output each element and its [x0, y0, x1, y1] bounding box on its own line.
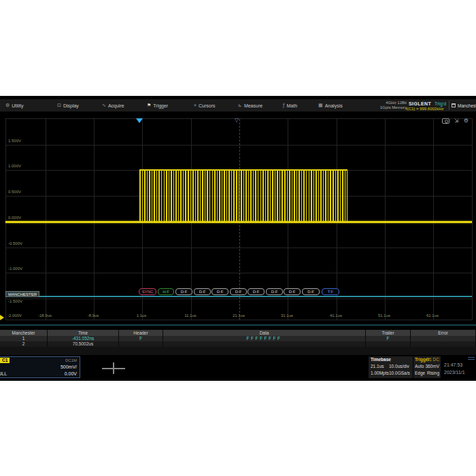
move-crosshair-icon[interactable]	[102, 362, 125, 374]
decode-bus-label[interactable]: MANCHESTER	[5, 291, 39, 297]
scope-screenshot: ⚙ Utility ⊡ Display ∿ Acquire ⚑ Trigger …	[0, 0, 476, 476]
voltage-label: -1.000V	[8, 267, 22, 271]
channel-badge: C1	[0, 358, 10, 363]
channel1-descriptor[interactable]: C1 DC1M 500mV/ FULL 0.00V	[0, 356, 80, 378]
cell-data	[163, 341, 366, 347]
cell-index: 1	[0, 336, 48, 341]
cell-header	[119, 341, 163, 347]
measure-angle-icon: ⊾	[238, 103, 242, 108]
menu-cursors[interactable]: ⌖ Cursors	[194, 99, 215, 112]
decode-bubble-data: D:F	[302, 288, 320, 295]
menu-label: Utility	[12, 103, 23, 108]
time-label: 41.1us	[319, 313, 353, 318]
trigger-source: C1 DC	[426, 357, 439, 362]
decode-bubble-data: D:F	[230, 288, 247, 295]
timebase-label: Timebase	[371, 357, 391, 362]
menu-label: Display	[63, 103, 79, 108]
flag-icon: ⚑	[147, 103, 151, 108]
voltage-label: -2.000V	[7, 313, 22, 318]
voltage-label: 1.500V	[8, 139, 21, 143]
cursor-target-icon: ⌖	[194, 103, 197, 108]
display-toolbar: ⇲ ⚙	[442, 117, 469, 124]
time-readout: 21:47:53	[444, 362, 462, 367]
decode-bubble-data: D:F	[284, 288, 301, 295]
memory-readout: 1Gpts Memory	[366, 105, 407, 110]
time-label: 61.1us	[415, 313, 449, 318]
decode-bus-line	[5, 296, 472, 297]
voltage-label: -0.500V	[8, 241, 22, 245]
voltage-label: 1.000V	[8, 164, 21, 168]
gridline	[433, 119, 434, 320]
menu-trigger[interactable]: ⚑ Trigger	[147, 99, 168, 112]
decode-bubble-sync: SYNC	[139, 288, 156, 295]
decode-bubble-data: D:F	[194, 288, 211, 295]
expand-icon[interactable]: ⇲	[454, 118, 459, 124]
decode-bubble-header: H:F	[158, 288, 174, 295]
timebase-delay: 21.1us	[371, 364, 384, 369]
decode-bubble-data: D:F	[266, 288, 283, 295]
offset-readout: 0.00V	[65, 371, 77, 376]
manchester-config-button[interactable]: Manchester CONF	[452, 99, 476, 112]
trigger-level: 360mV	[425, 364, 439, 369]
trigger-status-badge: Trig'd	[435, 101, 446, 106]
cell-error	[411, 336, 476, 341]
menu-acquire[interactable]: ∿ Acquire	[102, 99, 124, 112]
menu-bar: ⚙ Utility ⊡ Display ∿ Acquire ⚑ Trigger …	[0, 99, 476, 112]
brand-logo: SIGLENT	[409, 101, 431, 106]
menu-label: Math	[286, 103, 297, 108]
cell-error	[411, 341, 476, 347]
menu-measure[interactable]: ⊾ Measure	[238, 99, 262, 112]
column-header: Manchester	[0, 330, 48, 336]
acquire-wave-icon: ∿	[102, 103, 106, 108]
clock-panel: 21:47:53 2023/11/1	[443, 356, 476, 378]
decode-bubble-data: D:F	[211, 288, 228, 295]
dialog-button-label: Manchester CONF	[458, 103, 476, 108]
table-row[interactable]: 1 -431.052ns F FFFFFFFF F	[0, 336, 476, 341]
time-label: 1.1us	[124, 313, 158, 318]
camera-icon[interactable]	[442, 118, 449, 124]
date-readout: 2023/11/1	[444, 370, 465, 375]
function-icon: ƒ	[283, 103, 284, 108]
column-header: Error	[411, 330, 476, 336]
gridline	[46, 119, 46, 320]
window-icon	[452, 103, 456, 107]
voltage-label: 0.500V	[8, 190, 21, 194]
trigger-position-marker[interactable]	[136, 118, 143, 123]
menu-label: Acquire	[108, 103, 124, 108]
menu-math[interactable]: ƒ Math	[283, 99, 297, 112]
trigger-mode: Auto	[415, 364, 424, 369]
delay-reference-marker: ▽	[235, 117, 239, 123]
cell-header: F	[119, 336, 163, 341]
channel-offset-marker[interactable]	[0, 315, 4, 320]
menu-label: Analysis	[325, 103, 343, 108]
time-label: 51.1us	[367, 313, 401, 318]
menu-display[interactable]: ⊡ Display	[57, 99, 79, 112]
cell-trailer	[366, 341, 411, 347]
table-header-row: Manchester Time Header Data Trailer Erro…	[0, 330, 476, 336]
timebase-samplerate: 10.0GSa/s	[389, 371, 410, 375]
menu-analysis[interactable]: ▦ Analysis	[318, 99, 343, 112]
divider	[0, 324, 476, 326]
analysis-chart-icon: ▦	[318, 103, 323, 108]
timebase-trigger-panel[interactable]: Timebase 21.1us 10.0us/div 1.00Mpts 10.0…	[369, 356, 441, 378]
bandwidth-readout: 4GHz 12Bit	[366, 101, 407, 105]
time-label: -8.9us	[76, 313, 110, 318]
decode-table: Manchester Time Header Data Trailer Erro…	[0, 330, 476, 355]
menu-utility[interactable]: ⚙ Utility	[5, 99, 23, 112]
divider	[449, 101, 449, 110]
menu-label: Measure	[244, 103, 262, 108]
column-header: Time	[48, 330, 119, 336]
trigger-type: Edge	[415, 371, 425, 375]
oscilloscope-screen: ⚙ Utility ⊡ Display ∿ Acquire ⚑ Trigger …	[0, 96, 476, 381]
coupling-readout: DC1M	[65, 358, 77, 362]
column-header: Trailer	[366, 330, 411, 336]
system-info: 4GHz 12Bit 1Gpts Memory	[366, 101, 407, 110]
gridline	[385, 119, 386, 320]
voltage-label: -1.500V	[8, 299, 22, 303]
table-row[interactable]: 2 70.5002us	[0, 341, 476, 347]
network-icon	[468, 357, 475, 360]
trigger-slope: Rising	[427, 371, 439, 375]
timebase-scale: 10.0us/div	[389, 364, 409, 369]
frequency-counter: f(C1) = 999.6002kHz	[406, 107, 444, 111]
settings-gear-icon[interactable]: ⚙	[464, 118, 469, 124]
